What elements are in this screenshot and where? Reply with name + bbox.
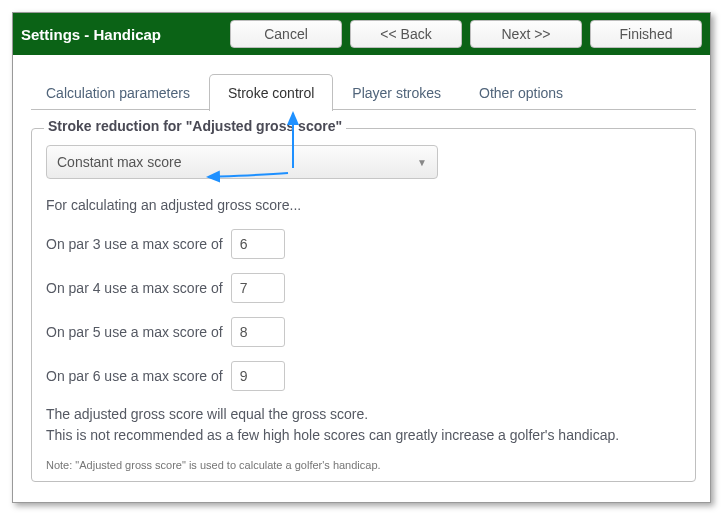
titlebar: Settings - Handicap Cancel << Back Next …: [13, 13, 710, 55]
body-area: Calculation parameters Stroke control Pl…: [13, 55, 710, 482]
dropdown-value: Constant max score: [57, 154, 182, 170]
intro-text: For calculating an adjusted gross score.…: [46, 197, 681, 213]
par6-label: On par 6 use a max score of: [46, 368, 223, 384]
tab-player-strokes[interactable]: Player strokes: [333, 74, 460, 111]
window-title: Settings - Handicap: [21, 26, 171, 43]
par3-input[interactable]: [231, 229, 285, 259]
next-button[interactable]: Next >>: [470, 20, 582, 48]
panel-legend: Stroke reduction for "Adjusted gross sco…: [44, 118, 346, 134]
stroke-reduction-panel: Stroke reduction for "Adjusted gross sco…: [31, 128, 696, 482]
tab-other-options[interactable]: Other options: [460, 74, 582, 111]
tab-stroke-control[interactable]: Stroke control: [209, 74, 333, 111]
par6-input[interactable]: [231, 361, 285, 391]
finished-button[interactable]: Finished: [590, 20, 702, 48]
settings-window: Settings - Handicap Cancel << Back Next …: [12, 12, 711, 503]
par4-input[interactable]: [231, 273, 285, 303]
par3-label: On par 3 use a max score of: [46, 236, 223, 252]
back-button[interactable]: << Back: [350, 20, 462, 48]
par5-input[interactable]: [231, 317, 285, 347]
chevron-down-icon: ▼: [417, 157, 427, 168]
row-par3: On par 3 use a max score of: [46, 229, 681, 259]
footer-line-1: The adjusted gross score will equal the …: [46, 405, 681, 424]
stroke-reduction-dropdown[interactable]: Constant max score ▼: [46, 145, 438, 179]
row-par6: On par 6 use a max score of: [46, 361, 681, 391]
footnote: Note: "Adjusted gross score" is used to …: [46, 459, 681, 471]
par4-label: On par 4 use a max score of: [46, 280, 223, 296]
tab-calculation-parameters[interactable]: Calculation parameters: [27, 74, 209, 111]
tab-bar: Calculation parameters Stroke control Pl…: [27, 73, 696, 110]
footer-line-2: This is not recommended as a few high ho…: [46, 426, 681, 445]
row-par5: On par 5 use a max score of: [46, 317, 681, 347]
par5-label: On par 5 use a max score of: [46, 324, 223, 340]
row-par4: On par 4 use a max score of: [46, 273, 681, 303]
cancel-button[interactable]: Cancel: [230, 20, 342, 48]
